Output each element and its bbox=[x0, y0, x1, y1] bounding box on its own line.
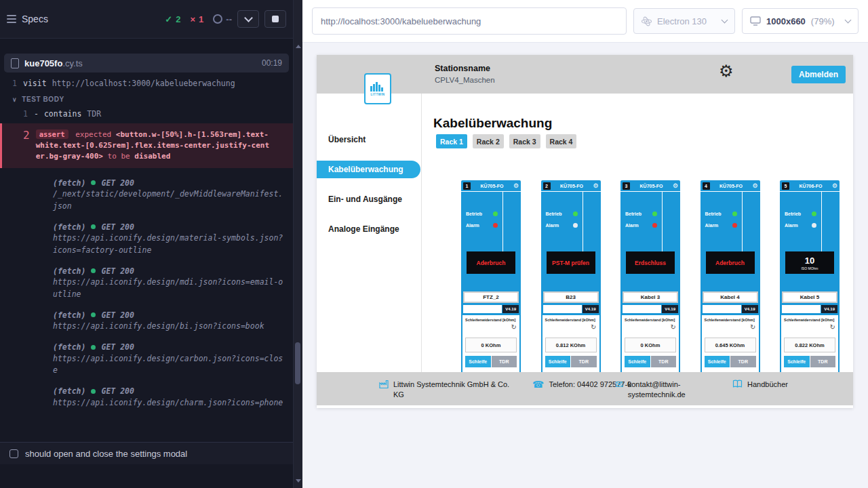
collapsed-test-row[interactable]: should open and close the settings modal bbox=[0, 442, 293, 464]
scroll-down-icon[interactable] bbox=[296, 479, 301, 483]
failed-assert-row[interactable]: 2 assert expected <button.w-[50%].h-[1.5… bbox=[0, 123, 293, 168]
version-box bbox=[703, 305, 741, 313]
resistance-value: 0.812 KOhm bbox=[545, 338, 597, 352]
tab-rack-4[interactable]: Rack 4 bbox=[546, 134, 577, 148]
tdr-button[interactable]: TDR bbox=[810, 356, 836, 367]
assert-badge: assert bbox=[36, 129, 68, 139]
refresh-icon[interactable]: ↻ bbox=[750, 324, 755, 331]
device-card: 4 KÜ705-FO ⚙ Betrieb Alarm bbox=[701, 180, 760, 372]
schleife-button[interactable]: Schleife bbox=[784, 356, 810, 367]
device-cards: 1 KÜ705-FO ⚙ Betrieb Alarm bbox=[461, 180, 853, 372]
specs-label: Specs bbox=[22, 14, 48, 24]
test-icon bbox=[9, 449, 18, 458]
refresh-icon[interactable]: ↻ bbox=[511, 324, 517, 331]
logo-text: LITTWIN bbox=[370, 93, 384, 96]
app-sidebar: Übersicht Kabelüberwachung Ein- und Ausg… bbox=[317, 94, 422, 372]
collapse-reporter-button[interactable] bbox=[237, 10, 259, 28]
tdr-button[interactable]: TDR bbox=[571, 356, 597, 367]
stop-icon bbox=[272, 16, 279, 22]
settings-gear-icon[interactable]: ⚙ bbox=[719, 63, 734, 79]
schleife-button[interactable]: Schleife bbox=[545, 356, 571, 367]
cable-name: Kabel 5 bbox=[782, 291, 837, 303]
littwin-logo: LITTWIN bbox=[364, 73, 391, 104]
refresh-icon[interactable]: ↻ bbox=[671, 324, 676, 331]
betrieb-led bbox=[732, 211, 737, 216]
status-display: Erdschluss bbox=[626, 251, 675, 274]
specs-button[interactable]: Specs bbox=[7, 13, 48, 25]
gear-icon[interactable]: ⚙ bbox=[832, 183, 837, 189]
gear-icon[interactable]: ⚙ bbox=[673, 183, 678, 189]
browser-selector[interactable]: Electron 130 bbox=[633, 8, 735, 34]
url-input[interactable] bbox=[312, 7, 627, 35]
rack-tabs: Rack 1 Rack 2 Rack 3 Rack 4 bbox=[436, 134, 576, 148]
refresh-icon[interactable]: ↻ bbox=[591, 324, 596, 331]
stop-button[interactable] bbox=[264, 10, 286, 28]
alarm-led bbox=[573, 223, 578, 228]
fetch-url: https://api.iconify.design/carbon.json?i… bbox=[53, 353, 286, 377]
contains-command-row[interactable]: 1 - contains TDR bbox=[0, 107, 293, 121]
betrieb-led bbox=[493, 211, 498, 216]
gear-icon[interactable]: ⚙ bbox=[593, 183, 598, 189]
fetch-log-row[interactable]: (fetch)GET 200 https://api.iconify.desig… bbox=[0, 342, 293, 377]
test-stats: ✓2 ×1 -- bbox=[165, 14, 232, 24]
version-box bbox=[782, 305, 821, 313]
tab-rack-3[interactable]: Rack 3 bbox=[509, 134, 540, 148]
gear-icon[interactable]: ⚙ bbox=[513, 183, 519, 189]
passed-count: ✓2 bbox=[165, 14, 180, 24]
refresh-icon[interactable]: ↻ bbox=[830, 324, 835, 331]
viewport-selector[interactable]: 1000x660 (79%) bbox=[742, 8, 859, 34]
gear-icon[interactable]: ⚙ bbox=[752, 183, 757, 189]
fetch-log-row[interactable]: (fetch)GET 200 https://api.iconify.desig… bbox=[0, 265, 293, 300]
alarm-led bbox=[732, 223, 737, 228]
command-name: contains bbox=[44, 109, 81, 119]
command-name: visit bbox=[23, 79, 47, 88]
scroll-up-icon[interactable] bbox=[296, 45, 301, 48]
spec-file-icon bbox=[11, 58, 19, 68]
device-card: 3 KÜ705-FO ⚙ Betrieb Alarm bbox=[620, 180, 680, 372]
status-dot-icon bbox=[91, 389, 96, 394]
chevron-down-icon: ∨ bbox=[12, 96, 17, 103]
sidebar-item-ein-und-ausgaenge[interactable]: Ein- und Ausgänge bbox=[317, 190, 421, 208]
schleife-button[interactable]: Schleife bbox=[705, 356, 730, 367]
sidebar-item-analoge-eingaenge[interactable]: Analoge Eingänge bbox=[317, 220, 421, 238]
firmware-version: V4.19 bbox=[502, 305, 519, 313]
spec-title-bar[interactable]: kue705fo.cy.ts 00:19 bbox=[4, 54, 289, 73]
line-number: 2 bbox=[23, 129, 30, 162]
tab-rack-1[interactable]: Rack 1 bbox=[436, 134, 467, 148]
station-info: Stationsname CPLV4_Maschen bbox=[435, 64, 495, 84]
visit-command-row[interactable]: 1 visit http://localhost:3000/kabelueber… bbox=[0, 77, 293, 90]
tab-rack-2[interactable]: Rack 2 bbox=[473, 134, 504, 148]
specs-menu-icon bbox=[7, 13, 16, 25]
tdr-button[interactable]: TDR bbox=[492, 356, 517, 367]
fetch-log-row[interactable]: (fetch)GET 200 /_next/static/development… bbox=[0, 177, 293, 212]
sidebar-item-uebersicht[interactable]: Übersicht bbox=[317, 131, 421, 148]
device-model: KÜ705-FO bbox=[712, 184, 751, 188]
footer-manuals[interactable]: Handbücher bbox=[732, 380, 788, 390]
book-icon bbox=[732, 380, 743, 388]
schleife-button[interactable]: Schleife bbox=[465, 356, 491, 367]
firmware-version: V4.19 bbox=[662, 305, 678, 313]
status-display: PST-M prüfen bbox=[547, 251, 595, 274]
status-display: Aderbruch bbox=[706, 251, 755, 274]
status-dot-icon bbox=[91, 224, 96, 229]
resistance-value: 0 KOhm bbox=[465, 338, 517, 352]
resistance-value: 0.645 KOhm bbox=[705, 338, 756, 352]
alarm-led bbox=[812, 223, 816, 228]
tdr-button[interactable]: TDR bbox=[730, 356, 756, 367]
cable-name: Kabel 4 bbox=[703, 291, 758, 303]
test-body-section-header[interactable]: ∨ TEST BODY bbox=[0, 90, 293, 107]
fetch-log-row[interactable]: (fetch)GET 200 https://api.iconify.desig… bbox=[0, 309, 293, 333]
scrollbar-thumb[interactable] bbox=[295, 342, 300, 384]
assert-message: assert expected <button.w-[50%].h-[1.563… bbox=[36, 129, 271, 162]
runner-scrollbar[interactable] bbox=[293, 0, 302, 488]
logout-button[interactable]: Abmelden bbox=[791, 66, 846, 83]
sidebar-item-kabelueberwachung[interactable]: Kabelüberwachung bbox=[317, 161, 420, 178]
fetch-log-row[interactable]: (fetch)GET 200 https://api.iconify.desig… bbox=[0, 386, 293, 409]
schleife-button[interactable]: Schleife bbox=[625, 356, 650, 367]
fetch-log-row[interactable]: (fetch)GET 200 https://api.iconify.desig… bbox=[0, 221, 293, 256]
pending-count: -- bbox=[213, 14, 232, 24]
tdr-button[interactable]: TDR bbox=[651, 356, 677, 367]
footer-company: Littwin Systemtechnik GmbH & Co. KG bbox=[379, 380, 514, 399]
footer-email: ✉ kontakt@littwin-systemtechnik.de bbox=[615, 380, 704, 399]
status-dot-icon bbox=[91, 268, 96, 273]
